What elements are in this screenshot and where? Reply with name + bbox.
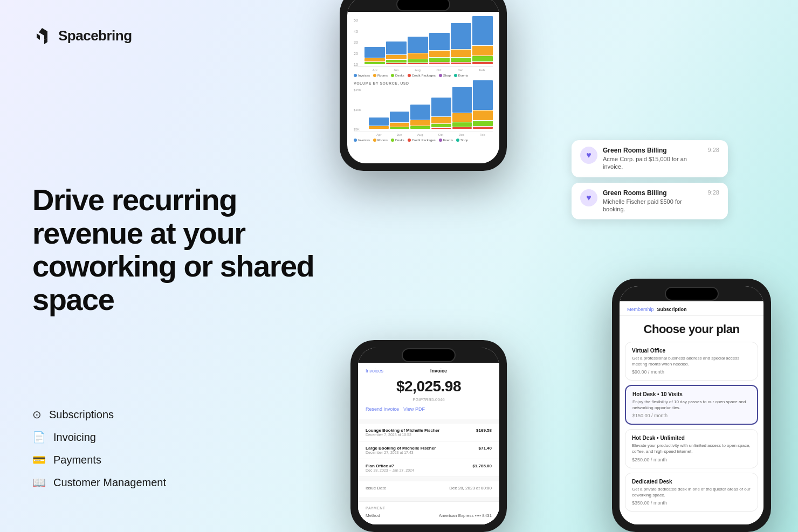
- item-2-name: Large Booking of Michelle Fischer: [366, 446, 436, 451]
- notch-pill: [396, 0, 450, 11]
- membership-screen: Membership Subscription Choose your plan…: [620, 301, 763, 525]
- invoice-amount-value: $2,025.98: [366, 378, 492, 395]
- chart1-bars: [364, 16, 493, 64]
- item-2-date: December 27, 2023 at 17:43: [366, 451, 436, 454]
- issue-date-label: Issue Date: [366, 486, 386, 490]
- membership-phone-notch: [620, 286, 763, 301]
- plan-hot-desk-10[interactable]: Hot Desk • 10 Visits Enjoy the flexibili…: [625, 385, 758, 425]
- payments-icon: 💳: [32, 453, 46, 466]
- item-3-price: $1,785.00: [472, 464, 492, 472]
- invoice-nav-title: Invoice: [386, 368, 492, 374]
- notification-1: ♥ Green Rooms Billing Acme Corp. paid $1…: [572, 140, 728, 177]
- membership-nav-active: Subscription: [657, 307, 687, 312]
- resend-invoice-button[interactable]: Resend Invoice: [366, 406, 399, 412]
- invoice-nav: Invoices Invoice: [366, 368, 492, 374]
- chart1-legend: Invoices Rooms Desks Credit Packages Sho…: [354, 74, 493, 77]
- invoice-phone: Invoices Invoice $2,025.98 PGIP7RB5-0046…: [350, 340, 507, 532]
- logo-icon: [32, 26, 52, 45]
- notif-1-time: 9:28: [708, 147, 719, 153]
- notif-2-body: Michelle Fischer paid $500 for booking.: [603, 198, 703, 213]
- analytics-screen: 5040302010: [347, 12, 499, 163]
- invoice-amount: $2,025.98: [366, 378, 492, 395]
- feature-customer-management: 📖 Customer Management: [32, 476, 166, 489]
- analytics-phone: 5040302010: [340, 0, 507, 171]
- chart2-y-labels: $15K$10K$5K: [354, 88, 361, 131]
- invoice-item-3: Plan Office #7 Dec 28, 2023 – Jan 27, 20…: [358, 459, 499, 477]
- membership-back-button[interactable]: Membership: [627, 307, 654, 312]
- issue-date-row: Issue Date Dec 28, 2023 at 00:00: [366, 486, 492, 490]
- notification-2: ♥ Green Rooms Billing Michelle Fischer p…: [572, 183, 728, 220]
- notif-2-content: Green Rooms Billing Michelle Fischer pai…: [603, 189, 703, 213]
- invoice-screen: Invoices Invoice $2,025.98 PGIP7RB5-0046…: [358, 363, 499, 524]
- plan-2-price: $250.00 / month: [632, 457, 751, 462]
- hero-title: Drive recurring revenue at your coworkin…: [32, 183, 334, 316]
- invoice-id: PGIP7RB5-0046: [366, 397, 492, 402]
- invoice-actions: Resend Invoice View PDF: [366, 406, 492, 412]
- plan-0-desc: Get a professional business address and …: [632, 355, 751, 367]
- notifications-area: ♥ Green Rooms Billing Acme Corp. paid $1…: [572, 140, 728, 219]
- plan-2-name: Hot Desk • Unlimited: [632, 435, 751, 441]
- chart2-section: VOLUME BY SOURCE, USD $15K$10K$5K: [354, 81, 493, 142]
- logo-text: Spacebring: [58, 27, 132, 44]
- notif-1-body: Acme Corp. paid $15,000 for an invoice.: [603, 155, 703, 171]
- logo-area: Spacebring: [32, 26, 132, 45]
- plan-1-name: Hot Desk • 10 Visits: [632, 391, 751, 397]
- plan-3-name: Dedicated Desk: [632, 479, 751, 485]
- invoice-meta: Issue Date Dec 28, 2023 at 00:00: [358, 481, 499, 497]
- subscriptions-label: Subscriptions: [49, 409, 114, 421]
- customer-management-label: Customer Management: [53, 476, 166, 489]
- notif-1-title: Green Rooms Billing: [603, 147, 703, 154]
- plan-hot-desk-unlimited[interactable]: Hot Desk • Unlimited Elevate your produc…: [625, 429, 758, 468]
- plan-3-desc: Get a private dedicated desk in one of t…: [632, 486, 751, 498]
- invoice-header: Invoices Invoice $2,025.98 PGIP7RB5-0046…: [358, 363, 499, 419]
- chart2-x-labels: AprJunAugOctDecFeb: [369, 133, 493, 136]
- subscriptions-icon: ⊙: [32, 408, 42, 421]
- membership-notch-pill: [665, 287, 719, 301]
- chart1-x-labels: AprJunAugOctDecFeb: [364, 68, 493, 72]
- membership-phone: Membership Subscription Choose your plan…: [612, 279, 771, 533]
- invoice-items: Lounge Booking of Michelle Fischer Decem…: [358, 424, 499, 477]
- plan-dedicated-desk[interactable]: Dedicated Desk Get a private dedicated d…: [625, 473, 758, 512]
- notif-2-title: Green Rooms Billing: [603, 189, 703, 197]
- membership-nav: Membership Subscription: [620, 301, 763, 316]
- payment-method-value: American Express •••• 8431: [439, 513, 492, 518]
- item-1-date: December 7, 2023 at 10:52: [366, 433, 439, 437]
- notif-1-content: Green Rooms Billing Acme Corp. paid $15,…: [603, 147, 703, 171]
- phone-notch: [347, 0, 499, 12]
- item-3-date: Dec 28, 2023 – Jan 27, 2024: [366, 468, 414, 472]
- invoice-payment: PAYMENT Method American Express •••• 843…: [358, 501, 499, 524]
- feature-list: ⊙ Subscriptions 📄 Invoicing 💳 Payments 📖…: [32, 408, 166, 489]
- chart1-y-labels: 5040302010: [354, 18, 358, 66]
- invoice-back-button[interactable]: Invoices: [366, 368, 383, 374]
- invoice-phone-notch: [358, 348, 499, 363]
- chart1-area: 5040302010: [354, 18, 493, 67]
- feature-subscriptions: ⊙ Subscriptions: [32, 408, 166, 421]
- notif-1-icon: ♥: [580, 147, 597, 164]
- payment-method-label: Method: [366, 513, 380, 518]
- invoice-item-1: Lounge Booking of Michelle Fischer Decem…: [358, 424, 499, 441]
- view-pdf-button[interactable]: View PDF: [403, 406, 425, 412]
- feature-payments: 💳 Payments: [32, 453, 166, 466]
- payment-method-row: Method American Express •••• 8431: [366, 513, 492, 518]
- item-2-price: $71.40: [479, 446, 492, 454]
- invoicing-label: Invoicing: [53, 431, 96, 444]
- plan-3-price: $350.00 / month: [632, 500, 751, 506]
- chart2-legend: Invoices Rooms Desks Credit Packages Eve…: [354, 139, 493, 142]
- notif-2-time: 9:28: [708, 189, 719, 196]
- plan-0-name: Virtual Office: [632, 348, 751, 354]
- payments-label: Payments: [53, 454, 101, 466]
- invoice-item-2: Large Booking of Michelle Fischer Decemb…: [358, 441, 499, 459]
- invoicing-icon: 📄: [32, 431, 46, 444]
- plan-1-desc: Enjoy the flexibility of 10 day passes t…: [632, 399, 751, 411]
- payment-section-label: PAYMENT: [366, 506, 492, 510]
- feature-invoicing: 📄 Invoicing: [32, 431, 166, 444]
- plan-virtual-office[interactable]: Virtual Office Get a professional busine…: [625, 342, 758, 381]
- customer-management-icon: 📖: [32, 476, 46, 489]
- plan-2-desc: Elevate your productivity with unlimited…: [632, 443, 751, 454]
- plan-0-price: $90.00 / month: [632, 369, 751, 375]
- notif-2-icon: ♥: [580, 189, 597, 206]
- invoice-notch-pill: [402, 348, 456, 362]
- plan-1-price: $150.00 / month: [632, 413, 751, 418]
- chart2-bars: [369, 80, 493, 129]
- item-1-name: Lounge Booking of Michelle Fischer: [366, 428, 439, 433]
